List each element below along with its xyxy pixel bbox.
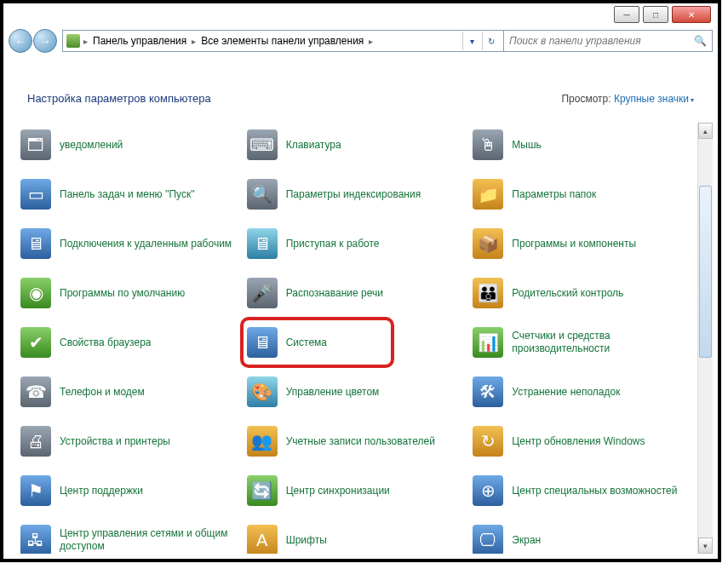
page-header: Настройка параметров компьютера Просмотр… bbox=[3, 63, 718, 105]
refresh-button[interactable]: ↻ bbox=[482, 32, 500, 50]
search-input[interactable]: Поиск в панели управления 🔍 bbox=[504, 30, 713, 52]
scroll-up-button[interactable]: ▴ bbox=[698, 123, 713, 139]
item-label: Распознавание речи bbox=[286, 287, 383, 300]
control-panel-item[interactable]: ⌨Клавиатура bbox=[245, 123, 472, 167]
control-panel-item[interactable]: ▭Панель задач и меню ''Пуск'' bbox=[19, 172, 245, 216]
item-icon: 🎤 bbox=[247, 278, 278, 308]
control-panel-icon bbox=[66, 34, 80, 48]
item-icon: 👥 bbox=[247, 426, 278, 457]
control-panel-item[interactable]: 🖵Экран bbox=[471, 518, 697, 554]
item-icon: 📊 bbox=[473, 327, 503, 358]
maximize-button[interactable]: □ bbox=[643, 6, 668, 23]
scroll-thumb[interactable] bbox=[699, 186, 712, 358]
control-panel-item[interactable]: 🖨Устройства и принтеры bbox=[19, 419, 245, 463]
item-icon: 🖵 bbox=[473, 525, 503, 554]
control-panel-item[interactable]: 📁Параметры папок bbox=[471, 172, 697, 216]
breadcrumb-dropdown-button[interactable]: ▾ bbox=[462, 32, 480, 50]
item-icon: ⚑ bbox=[20, 475, 51, 506]
item-label: Управление цветом bbox=[286, 386, 380, 399]
chevron-icon: ▸ bbox=[192, 37, 196, 46]
control-panel-item[interactable]: 🗔уведомлений bbox=[19, 123, 245, 167]
control-panel-item[interactable]: 🎨Управление цветом bbox=[245, 370, 472, 414]
nav-back-button[interactable]: ← bbox=[9, 29, 32, 53]
item-label: уведомлений bbox=[60, 139, 123, 152]
content-area: 🗔уведомлений⌨Клавиатура🖱Мышь▭Панель зада… bbox=[19, 123, 697, 554]
control-panel-item[interactable]: 📦Программы и компоненты bbox=[471, 221, 697, 266]
window-frame: ─ □ ✕ ← → ▸ Панель управления ▸ Все элем… bbox=[0, 0, 721, 562]
item-icon: 🔄 bbox=[247, 475, 278, 506]
item-label: Параметры индексирования bbox=[286, 188, 421, 201]
nav-forward-button[interactable]: → bbox=[33, 29, 57, 53]
item-label: Центр специальных возможностей bbox=[512, 485, 677, 497]
view-label: Просмотр: bbox=[561, 93, 610, 105]
control-panel-item[interactable]: ✔Свойства браузера bbox=[19, 320, 245, 365]
item-icon: 🖥 bbox=[247, 228, 278, 259]
scroll-down-button[interactable]: ▾ bbox=[698, 537, 713, 554]
control-panel-item[interactable]: AШрифты bbox=[245, 518, 472, 554]
control-panel-item[interactable]: 🛠Устранение неполадок bbox=[471, 370, 697, 414]
view-dropdown[interactable]: Крупные значки▾ bbox=[614, 93, 694, 105]
item-label: Панель задач и меню ''Пуск'' bbox=[60, 188, 195, 201]
search-placeholder: Поиск в панели управления bbox=[509, 35, 641, 47]
item-label: Учетные записи пользователей bbox=[286, 435, 435, 448]
item-icon: ☎ bbox=[20, 376, 51, 407]
items-grid: 🗔уведомлений⌨Клавиатура🖱Мышь▭Панель зада… bbox=[19, 123, 697, 554]
item-label: Счетчики и средства производительности bbox=[512, 330, 696, 355]
item-label: Система bbox=[286, 336, 327, 349]
control-panel-item[interactable]: 🔄Центр синхронизации bbox=[245, 468, 472, 513]
breadcrumb-seg-1[interactable]: Панель управления bbox=[89, 35, 190, 47]
item-icon: 🔍 bbox=[247, 179, 278, 210]
item-label: Телефон и модем bbox=[60, 386, 145, 399]
control-panel-item[interactable]: 🎤Распознавание речи bbox=[245, 271, 472, 315]
item-icon: ✔ bbox=[20, 327, 51, 358]
control-panel-item[interactable]: ⊕Центр специальных возможностей bbox=[471, 468, 697, 513]
control-panel-item[interactable]: 🖥Приступая к работе bbox=[245, 221, 472, 266]
item-icon: 🖧 bbox=[20, 525, 51, 554]
item-icon: 🛠 bbox=[473, 376, 503, 407]
item-icon: 📦 bbox=[473, 228, 503, 259]
item-label: Клавиатура bbox=[286, 139, 341, 152]
caption-buttons: ─ □ ✕ bbox=[614, 6, 711, 23]
item-icon: ⊕ bbox=[473, 475, 503, 506]
control-panel-item[interactable]: 🔍Параметры индексирования bbox=[245, 172, 472, 216]
control-panel-item[interactable]: ⚑Центр поддержки bbox=[19, 468, 245, 513]
control-panel-item[interactable]: ☎Телефон и модем bbox=[19, 370, 245, 414]
item-icon: 🎨 bbox=[247, 376, 278, 407]
item-label: Мышь bbox=[512, 139, 542, 152]
item-icon: ▭ bbox=[20, 179, 51, 210]
item-label: Родительский контроль bbox=[512, 287, 623, 300]
item-label: Параметры папок bbox=[512, 188, 596, 201]
item-label: Центр синхронизации bbox=[286, 485, 390, 497]
scrollbar[interactable]: ▴ ▾ bbox=[697, 123, 713, 554]
item-icon: 🖥 bbox=[247, 327, 278, 358]
control-panel-item[interactable]: 🖥Система bbox=[245, 320, 472, 365]
chevron-icon: ▸ bbox=[369, 37, 373, 46]
page-title: Настройка параметров компьютера bbox=[27, 92, 211, 105]
item-icon: 🖨 bbox=[20, 426, 51, 457]
control-panel-item[interactable]: 👥Учетные записи пользователей bbox=[245, 419, 472, 463]
item-label: Свойства браузера bbox=[60, 336, 152, 349]
breadcrumb-bar[interactable]: ▸ Панель управления ▸ Все элементы панел… bbox=[62, 30, 504, 52]
search-icon: 🔍 bbox=[694, 35, 707, 47]
control-panel-item[interactable]: ↻Центр обновления Windows bbox=[471, 419, 697, 463]
item-label: Шрифты bbox=[286, 534, 327, 547]
minimize-button[interactable]: ─ bbox=[614, 6, 639, 23]
breadcrumb-seg-2[interactable]: Все элементы панели управления bbox=[198, 35, 367, 47]
control-panel-item[interactable]: 📊Счетчики и средства производительности bbox=[471, 320, 697, 365]
control-panel-item[interactable]: ◉Программы по умолчанию bbox=[19, 271, 245, 315]
item-icon: 🗔 bbox=[20, 129, 51, 160]
control-panel-item[interactable]: 👪Родительский контроль bbox=[471, 271, 697, 315]
view-selector: Просмотр: Крупные значки▾ bbox=[561, 93, 694, 105]
item-icon: 🖱 bbox=[473, 129, 503, 160]
item-label: Приступая к работе bbox=[286, 238, 380, 250]
control-panel-item[interactable]: 🖱Мышь bbox=[471, 123, 697, 167]
item-icon: 👪 bbox=[473, 278, 503, 308]
item-label: Программы и компоненты bbox=[512, 238, 636, 250]
control-panel-item[interactable]: 🖧Центр управления сетями и общим доступо… bbox=[19, 518, 245, 554]
address-bar-row: ← → ▸ Панель управления ▸ Все элементы п… bbox=[9, 27, 713, 55]
close-button[interactable]: ✕ bbox=[672, 6, 711, 23]
item-label: Подключения к удаленным рабочим bbox=[60, 238, 232, 250]
chevron-icon: ▸ bbox=[83, 37, 88, 46]
item-label: Центр обновления Windows bbox=[512, 435, 645, 448]
control-panel-item[interactable]: 🖥Подключения к удаленным рабочим bbox=[19, 221, 245, 266]
